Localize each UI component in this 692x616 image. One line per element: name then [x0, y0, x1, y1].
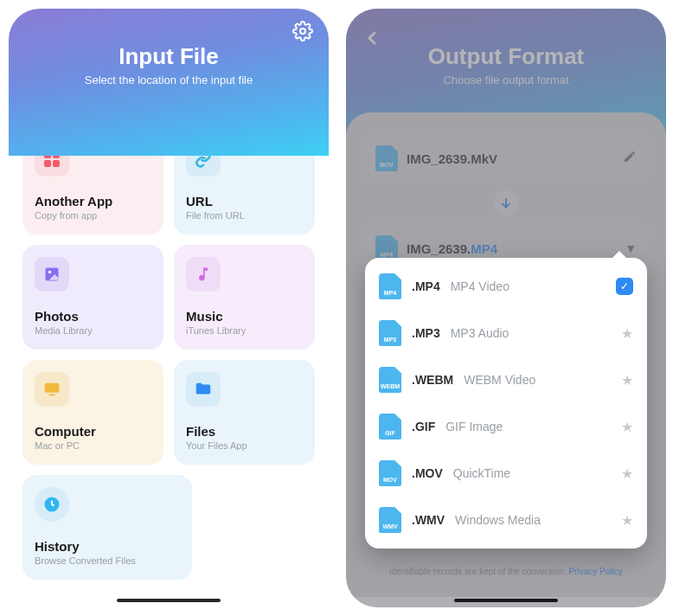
check-icon[interactable]: ✓: [616, 278, 633, 295]
format-ext: .MP3: [412, 326, 440, 340]
star-icon[interactable]: ★: [621, 325, 633, 342]
file-type-icon: WEBM: [379, 367, 401, 393]
source-music[interactable]: Music iTunes Library: [174, 245, 315, 350]
format-option[interactable]: GIF.GIFGIF Image★: [365, 403, 647, 450]
format-desc: Windows Media: [455, 513, 541, 527]
format-ext: .GIF: [412, 420, 435, 433]
format-desc: QuickTime: [453, 466, 510, 480]
format-desc: GIF Image: [445, 420, 503, 433]
source-files[interactable]: Files Your Files App: [174, 360, 315, 465]
card-title: History: [35, 539, 180, 554]
card-title: URL: [186, 194, 303, 209]
star-icon[interactable]: ★: [621, 465, 633, 482]
svg-rect-8: [48, 395, 54, 396]
clock-icon: [35, 487, 69, 522]
star-icon[interactable]: ★: [621, 372, 633, 388]
folder-icon: [186, 372, 221, 407]
svg-rect-4: [53, 160, 60, 167]
format-option[interactable]: MP4.MP4MP4 Video✓: [365, 263, 647, 310]
dropdown-caret-icon[interactable]: ▼: [625, 241, 637, 255]
privacy-policy-link[interactable]: Privacy Policy: [569, 567, 623, 576]
file-type-icon: MOV: [379, 460, 401, 486]
file-type-icon: MP3: [379, 320, 401, 346]
star-icon[interactable]: ★: [621, 512, 633, 529]
card-sub: File from URL: [186, 210, 303, 221]
format-option[interactable]: MP3.MP3MP3 Audio★: [365, 310, 647, 356]
target-filename: IMG_2639.MP4: [407, 241, 497, 256]
page-title: Input File: [9, 43, 329, 70]
home-indicator[interactable]: [117, 599, 221, 602]
page-subtitle: Choose file output format: [346, 74, 666, 87]
format-desc: WEBM Video: [464, 373, 535, 387]
format-desc: MP3 Audio: [451, 326, 509, 340]
source-filename: IMG_2639.MkV: [407, 151, 497, 166]
format-ext: .MOV: [412, 466, 443, 480]
source-grid: Another App Copy from app URL File from …: [9, 112, 329, 607]
svg-rect-7: [45, 383, 60, 393]
card-sub: Media Library: [35, 325, 151, 336]
card-title: Another App: [35, 194, 151, 209]
card-sub: Mac or PC: [35, 440, 151, 451]
format-option[interactable]: WEBM.WEBMWEBM Video★: [365, 356, 647, 403]
card-title: Music: [186, 309, 303, 324]
home-indicator[interactable]: [454, 599, 558, 602]
file-type-icon: MP4: [379, 273, 401, 299]
format-ext: .MP4: [412, 279, 440, 293]
format-ext: .WMV: [412, 513, 445, 527]
card-title: Files: [186, 424, 303, 439]
file-type-icon: MOV: [375, 145, 398, 171]
format-option[interactable]: MOV.MOVQuickTime★: [365, 450, 647, 497]
back-icon[interactable]: [362, 28, 382, 48]
source-file-row: MOV IMG_2639.MkV: [362, 133, 650, 183]
monitor-icon: [35, 372, 69, 407]
file-type-icon: GIF: [379, 414, 401, 440]
output-format-screen: Output Format Choose file output format …: [346, 9, 666, 607]
photo-icon: [35, 257, 69, 292]
card-title: Computer: [35, 424, 151, 439]
file-type-icon: WMV: [379, 507, 401, 533]
format-option[interactable]: WMV.WMVWindows Media★: [365, 497, 647, 543]
svg-point-0: [300, 29, 305, 34]
format-ext: .WEBM: [412, 373, 453, 387]
header: Input File Select the location of the in…: [9, 9, 329, 156]
format-dropdown: MP4.MP4MP4 Video✓MP3.MP3MP3 Audio★WEBM.W…: [365, 258, 647, 549]
svg-rect-3: [44, 160, 51, 167]
svg-point-6: [48, 271, 51, 273]
input-file-screen: Input File Select the location of the in…: [9, 9, 329, 607]
page-subtitle: Select the location of the input file: [9, 74, 329, 87]
music-note-icon: [186, 257, 221, 292]
card-sub: Copy from app: [35, 210, 151, 221]
edit-icon[interactable]: [623, 150, 637, 167]
source-photos[interactable]: Photos Media Library: [22, 245, 163, 350]
source-computer[interactable]: Computer Mac or PC: [22, 360, 163, 465]
settings-icon[interactable]: [292, 21, 313, 42]
card-sub: iTunes Library: [186, 325, 303, 336]
card-sub: Your Files App: [186, 440, 303, 451]
star-icon[interactable]: ★: [621, 419, 633, 435]
footer-note: identifiable records are kept of the con…: [346, 567, 666, 576]
card-title: Photos: [35, 309, 151, 324]
conversion-panel: MOV IMG_2639.MkV MP4 IMG_2639.MP4 ▼ MP4.…: [346, 112, 666, 597]
page-title: Output Format: [346, 43, 666, 70]
format-desc: MP4 Video: [451, 279, 509, 293]
source-history[interactable]: History Browse Converted Files: [22, 475, 192, 580]
card-sub: Browse Converted Files: [35, 555, 180, 566]
arrow-down-icon: [493, 190, 519, 216]
